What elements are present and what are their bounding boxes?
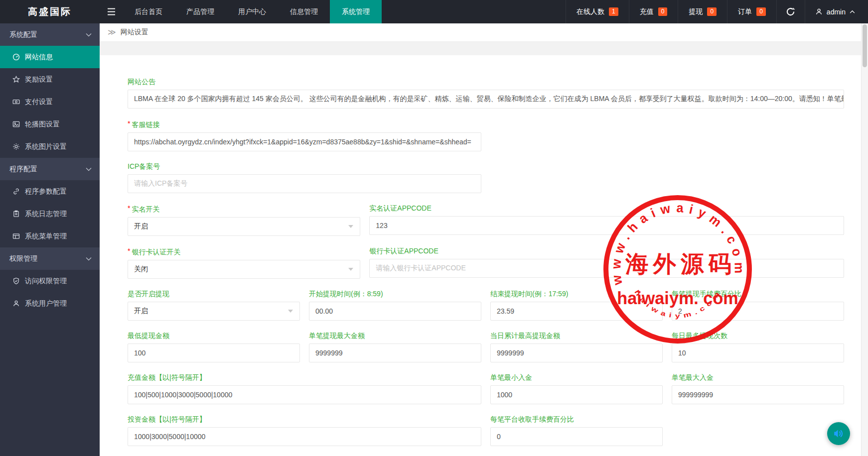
chevron-down-icon [86, 167, 92, 171]
stat-recharge[interactable]: 充值0 [629, 0, 678, 23]
field-label: 投资金额【以|符号隔开】 [128, 415, 481, 424]
speaker-icon [833, 428, 845, 440]
chevron-down-icon [86, 33, 92, 37]
user-menu[interactable]: admin [805, 0, 868, 23]
service-link-input[interactable]: https://abchat.oyrgydz.cn/index/yhgt?ifx… [128, 132, 481, 151]
field-label: 充值金额【以|符号隔开】 [128, 373, 481, 382]
field-label: 当日累计最高提现金额 [490, 331, 663, 340]
sidebar-item-carousel-settings[interactable]: 轮播图设置 [0, 113, 100, 135]
nav-right: 在线人数1充值0提现0订单0 admin [566, 0, 868, 23]
stat-online-users[interactable]: 在线人数1 [566, 0, 629, 23]
nav-item-home[interactable]: 后台首页 [123, 0, 174, 23]
deposit-max-input[interactable]: 999999999 [672, 385, 844, 404]
field-label: 银行卡认证APPCODE [369, 246, 844, 255]
field-label: 实名认证APPCODE [369, 204, 844, 213]
withdraw-max-daily-input[interactable]: 9999999 [490, 343, 663, 362]
withdraw-enabled-select[interactable]: 开启 [128, 302, 300, 321]
form-row: *银行卡认证开关关闭银行卡认证APPCODE请输入银行卡认证APPCODE [128, 246, 844, 279]
field-label: 每笔平台收取手续费百分比 [490, 415, 663, 424]
field-label: *银行卡认证开关 [128, 246, 360, 256]
withdraw-max-single-input[interactable]: 9999999 [309, 343, 481, 362]
clipboard-icon [12, 210, 20, 218]
form-row: ICP备案号请输入ICP备案号 [128, 162, 844, 193]
withdraw-times-daily-input[interactable]: 10 [672, 343, 844, 362]
required-asterisk: * [128, 204, 130, 212]
form-row: *客服链接https://abchat.oyrgydz.cn/index/yhg… [128, 119, 844, 151]
field-label: ICP备案号 [128, 162, 481, 171]
nav-item-info[interactable]: 信息管理 [278, 0, 330, 23]
realname-switch-select[interactable]: 开启 [128, 217, 360, 236]
sidebar-item-reward-settings[interactable]: 奖励设置 [0, 68, 100, 91]
form-row: 投资金额【以|符号隔开】1000|3000|5000|10000每笔平台收取手续… [128, 415, 844, 446]
stat-label: 提现 [689, 7, 703, 16]
sidebar-group-system-config[interactable]: 系统配置 [0, 23, 100, 46]
sidebar-item-label: 系统用户管理 [25, 299, 67, 308]
field-label: 开始提现时间(例：8:59) [309, 289, 481, 298]
withdraw-min-input[interactable]: 100 [128, 343, 300, 362]
sidebar-item-label: 网站信息 [25, 53, 53, 62]
nav-item-products[interactable]: 产品管理 [174, 0, 226, 23]
form-row: 是否开启提现开启开始提现时间(例：8:59)00.00结束提现时间(例：17:5… [128, 289, 844, 321]
sidebar-item-label: 系统菜单管理 [25, 232, 67, 241]
realname-appcode-input[interactable]: 123 [369, 216, 844, 235]
nav-item-users[interactable]: 用户中心 [226, 0, 278, 23]
form-field-withdraw-max-daily: 当日累计最高提现金额9999999 [490, 331, 663, 362]
sidebar-item-system-users[interactable]: 系统用户管理 [0, 292, 100, 315]
withdraw-start-time-input[interactable]: 00.00 [309, 302, 481, 321]
sidebar-group-label: 权限管理 [9, 254, 37, 263]
chevron-up-icon [850, 10, 855, 13]
sidebar-group-label: 系统配置 [9, 30, 37, 39]
sidebar-item-label: 轮播图设置 [25, 120, 60, 129]
sidebar-group-permission-mgmt[interactable]: 权限管理 [0, 247, 100, 270]
sidebar: 系统配置网站信息奖励设置支付设置轮播图设置系统图片设置程序配置程序参数配置系统日… [0, 23, 100, 456]
platform-fee-percent-input[interactable]: 0 [490, 427, 663, 446]
sidebar-item-system-image-settings[interactable]: 系统图片设置 [0, 135, 100, 158]
nav-menu: 后台首页产品管理用户中心信息管理系统管理 [123, 0, 382, 23]
field-label: 单笔提现最大金额 [309, 331, 481, 340]
field-label: *客服链接 [128, 119, 481, 129]
sidebar-item-system-logs[interactable]: 系统日志管理 [0, 203, 100, 225]
field-label: 网站公告 [128, 77, 844, 86]
stat-badge: 0 [658, 7, 668, 16]
stat-badge: 1 [609, 7, 618, 16]
site-notice-input[interactable]: LBMA 在全球 20 多个国家内拥有超过 145 家会员公司。 这些公司有的是… [128, 90, 844, 109]
required-asterisk: * [128, 247, 130, 255]
form-field-recharge-amounts: 充值金额【以|符号隔开】100|500|1000|3000|5000|10000 [128, 373, 481, 404]
scrollbar-thumb[interactable] [863, 24, 867, 67]
bankcard-switch-select[interactable]: 关闭 [128, 260, 360, 279]
floating-action-button[interactable] [827, 422, 850, 445]
user-icon [12, 300, 20, 307]
hamburger-icon[interactable] [100, 0, 123, 23]
stat-withdraw[interactable]: 提现0 [678, 0, 727, 23]
nav-item-system[interactable]: 系统管理 [330, 0, 382, 23]
sidebar-item-access-permissions[interactable]: 访问权限管理 [0, 270, 100, 292]
field-label: 每笔提现手续费百分比 [672, 289, 844, 298]
gauge-icon [12, 53, 20, 61]
withdraw-fee-percent-input[interactable]: 2 [672, 302, 844, 321]
recharge-amounts-input[interactable]: 100|500|1000|3000|5000|10000 [128, 385, 481, 404]
stat-badge: 0 [756, 7, 766, 16]
sidebar-item-site-info[interactable]: 网站信息 [0, 46, 100, 68]
stat-orders[interactable]: 订单0 [727, 0, 776, 23]
link-icon [12, 188, 20, 195]
form-field-withdraw-min: 最低提现金额100 [128, 331, 300, 362]
icp-number-input[interactable]: 请输入ICP备案号 [128, 174, 481, 193]
form-field-bankcard-appcode: 银行卡认证APPCODE请输入银行卡认证APPCODE [369, 246, 844, 279]
bankcard-appcode-input[interactable]: 请输入银行卡认证APPCODE [369, 259, 844, 278]
invest-amounts-input[interactable]: 1000|3000|5000|10000 [128, 427, 481, 446]
withdraw-end-time-input[interactable]: 23.59 [490, 302, 663, 321]
field-label: 每日最多提现次数 [672, 331, 844, 340]
shield-check-icon [12, 277, 20, 285]
form-field-site-notice: 网站公告LBMA 在全球 20 多个国家内拥有超过 145 家会员公司。 这些公… [128, 77, 844, 109]
sidebar-item-label: 系统日志管理 [25, 210, 67, 219]
refresh-button[interactable] [776, 0, 805, 23]
sidebar-group-program-config[interactable]: 程序配置 [0, 158, 100, 180]
form-field-deposit-max: 单笔最大入金999999999 [672, 373, 844, 404]
sidebar-item-system-menus[interactable]: 系统菜单管理 [0, 225, 100, 247]
deposit-min-input[interactable]: 1000 [490, 385, 663, 404]
field-label: 单笔最小入金 [490, 373, 663, 382]
vertical-scrollbar[interactable] [861, 23, 868, 456]
field-label: 是否开启提现 [128, 289, 300, 298]
sidebar-item-payment-settings[interactable]: 支付设置 [0, 91, 100, 113]
sidebar-item-program-params[interactable]: 程序参数配置 [0, 180, 100, 203]
